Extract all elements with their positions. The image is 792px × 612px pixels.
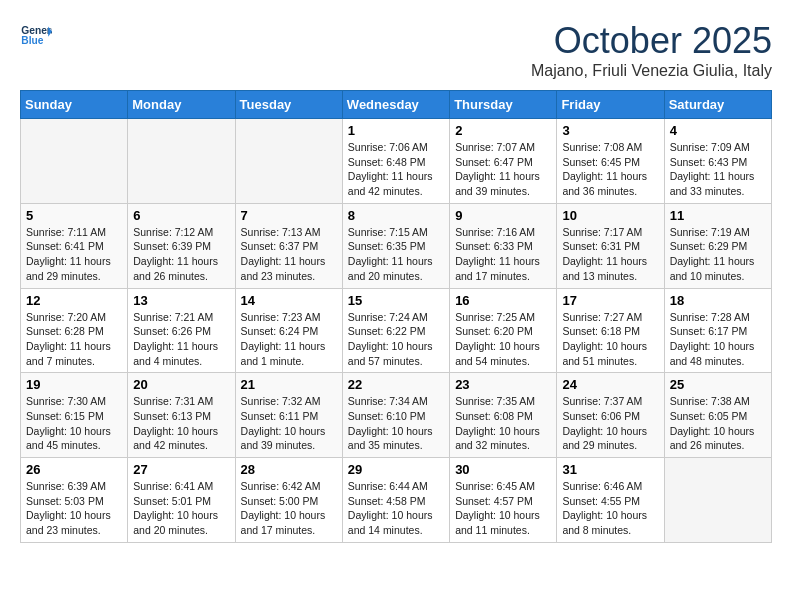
day-info: Sunrise: 7:31 AMSunset: 6:13 PMDaylight:…: [133, 394, 229, 453]
weekday-header-wednesday: Wednesday: [342, 91, 449, 119]
day-number: 31: [562, 462, 658, 477]
calendar-cell: 28Sunrise: 6:42 AMSunset: 5:00 PMDayligh…: [235, 458, 342, 543]
calendar-cell: 2Sunrise: 7:07 AMSunset: 6:47 PMDaylight…: [450, 119, 557, 204]
calendar-cell: 29Sunrise: 6:44 AMSunset: 4:58 PMDayligh…: [342, 458, 449, 543]
day-number: 9: [455, 208, 551, 223]
logo: General Blue: [20, 20, 52, 52]
day-info: Sunrise: 7:08 AMSunset: 6:45 PMDaylight:…: [562, 140, 658, 199]
calendar-cell: 19Sunrise: 7:30 AMSunset: 6:15 PMDayligh…: [21, 373, 128, 458]
calendar-cell: 16Sunrise: 7:25 AMSunset: 6:20 PMDayligh…: [450, 288, 557, 373]
day-info: Sunrise: 7:19 AMSunset: 6:29 PMDaylight:…: [670, 225, 766, 284]
svg-text:Blue: Blue: [21, 35, 43, 46]
day-info: Sunrise: 7:20 AMSunset: 6:28 PMDaylight:…: [26, 310, 122, 369]
day-info: Sunrise: 7:37 AMSunset: 6:06 PMDaylight:…: [562, 394, 658, 453]
day-info: Sunrise: 7:28 AMSunset: 6:17 PMDaylight:…: [670, 310, 766, 369]
day-number: 8: [348, 208, 444, 223]
day-number: 10: [562, 208, 658, 223]
day-number: 26: [26, 462, 122, 477]
day-info: Sunrise: 7:21 AMSunset: 6:26 PMDaylight:…: [133, 310, 229, 369]
calendar-week-3: 12Sunrise: 7:20 AMSunset: 6:28 PMDayligh…: [21, 288, 772, 373]
day-info: Sunrise: 7:11 AMSunset: 6:41 PMDaylight:…: [26, 225, 122, 284]
day-info: Sunrise: 7:34 AMSunset: 6:10 PMDaylight:…: [348, 394, 444, 453]
day-number: 7: [241, 208, 337, 223]
calendar-cell: 9Sunrise: 7:16 AMSunset: 6:33 PMDaylight…: [450, 203, 557, 288]
day-info: Sunrise: 7:16 AMSunset: 6:33 PMDaylight:…: [455, 225, 551, 284]
calendar-week-5: 26Sunrise: 6:39 AMSunset: 5:03 PMDayligh…: [21, 458, 772, 543]
calendar-cell: 18Sunrise: 7:28 AMSunset: 6:17 PMDayligh…: [664, 288, 771, 373]
day-info: Sunrise: 7:38 AMSunset: 6:05 PMDaylight:…: [670, 394, 766, 453]
day-info: Sunrise: 7:35 AMSunset: 6:08 PMDaylight:…: [455, 394, 551, 453]
weekday-header-tuesday: Tuesday: [235, 91, 342, 119]
calendar-cell: 3Sunrise: 7:08 AMSunset: 6:45 PMDaylight…: [557, 119, 664, 204]
day-number: 18: [670, 293, 766, 308]
calendar-cell: 13Sunrise: 7:21 AMSunset: 6:26 PMDayligh…: [128, 288, 235, 373]
calendar-cell: 24Sunrise: 7:37 AMSunset: 6:06 PMDayligh…: [557, 373, 664, 458]
calendar-cell: 23Sunrise: 7:35 AMSunset: 6:08 PMDayligh…: [450, 373, 557, 458]
day-number: 6: [133, 208, 229, 223]
calendar-cell: 14Sunrise: 7:23 AMSunset: 6:24 PMDayligh…: [235, 288, 342, 373]
weekday-header-sunday: Sunday: [21, 91, 128, 119]
calendar-week-2: 5Sunrise: 7:11 AMSunset: 6:41 PMDaylight…: [21, 203, 772, 288]
day-number: 25: [670, 377, 766, 392]
calendar-cell: 7Sunrise: 7:13 AMSunset: 6:37 PMDaylight…: [235, 203, 342, 288]
day-info: Sunrise: 6:46 AMSunset: 4:55 PMDaylight:…: [562, 479, 658, 538]
calendar-cell: 30Sunrise: 6:45 AMSunset: 4:57 PMDayligh…: [450, 458, 557, 543]
calendar-week-4: 19Sunrise: 7:30 AMSunset: 6:15 PMDayligh…: [21, 373, 772, 458]
calendar-table: SundayMondayTuesdayWednesdayThursdayFrid…: [20, 90, 772, 543]
day-info: Sunrise: 7:17 AMSunset: 6:31 PMDaylight:…: [562, 225, 658, 284]
weekday-header-monday: Monday: [128, 91, 235, 119]
calendar-cell: 31Sunrise: 6:46 AMSunset: 4:55 PMDayligh…: [557, 458, 664, 543]
day-info: Sunrise: 6:39 AMSunset: 5:03 PMDaylight:…: [26, 479, 122, 538]
day-info: Sunrise: 6:41 AMSunset: 5:01 PMDaylight:…: [133, 479, 229, 538]
svg-text:General: General: [21, 25, 52, 36]
day-info: Sunrise: 7:07 AMSunset: 6:47 PMDaylight:…: [455, 140, 551, 199]
calendar-cell: 25Sunrise: 7:38 AMSunset: 6:05 PMDayligh…: [664, 373, 771, 458]
calendar-cell: 1Sunrise: 7:06 AMSunset: 6:48 PMDaylight…: [342, 119, 449, 204]
calendar-cell: 4Sunrise: 7:09 AMSunset: 6:43 PMDaylight…: [664, 119, 771, 204]
weekday-header-saturday: Saturday: [664, 91, 771, 119]
day-info: Sunrise: 7:12 AMSunset: 6:39 PMDaylight:…: [133, 225, 229, 284]
header: General Blue October 2025 Majano, Friuli…: [20, 20, 772, 80]
day-info: Sunrise: 7:25 AMSunset: 6:20 PMDaylight:…: [455, 310, 551, 369]
day-number: 3: [562, 123, 658, 138]
calendar-cell: [128, 119, 235, 204]
day-number: 14: [241, 293, 337, 308]
day-number: 11: [670, 208, 766, 223]
calendar-cell: 5Sunrise: 7:11 AMSunset: 6:41 PMDaylight…: [21, 203, 128, 288]
day-number: 28: [241, 462, 337, 477]
day-number: 17: [562, 293, 658, 308]
weekday-header-thursday: Thursday: [450, 91, 557, 119]
day-number: 5: [26, 208, 122, 223]
day-number: 21: [241, 377, 337, 392]
day-info: Sunrise: 7:24 AMSunset: 6:22 PMDaylight:…: [348, 310, 444, 369]
month-title: October 2025: [531, 20, 772, 62]
day-number: 12: [26, 293, 122, 308]
weekday-header-row: SundayMondayTuesdayWednesdayThursdayFrid…: [21, 91, 772, 119]
calendar-week-1: 1Sunrise: 7:06 AMSunset: 6:48 PMDaylight…: [21, 119, 772, 204]
day-number: 15: [348, 293, 444, 308]
day-info: Sunrise: 7:06 AMSunset: 6:48 PMDaylight:…: [348, 140, 444, 199]
day-number: 22: [348, 377, 444, 392]
calendar-cell: 6Sunrise: 7:12 AMSunset: 6:39 PMDaylight…: [128, 203, 235, 288]
calendar-cell: 21Sunrise: 7:32 AMSunset: 6:11 PMDayligh…: [235, 373, 342, 458]
day-number: 30: [455, 462, 551, 477]
day-info: Sunrise: 7:13 AMSunset: 6:37 PMDaylight:…: [241, 225, 337, 284]
calendar-cell: 8Sunrise: 7:15 AMSunset: 6:35 PMDaylight…: [342, 203, 449, 288]
day-number: 23: [455, 377, 551, 392]
calendar-cell: 26Sunrise: 6:39 AMSunset: 5:03 PMDayligh…: [21, 458, 128, 543]
day-number: 4: [670, 123, 766, 138]
calendar-cell: 15Sunrise: 7:24 AMSunset: 6:22 PMDayligh…: [342, 288, 449, 373]
location-title: Majano, Friuli Venezia Giulia, Italy: [531, 62, 772, 80]
calendar-cell: 11Sunrise: 7:19 AMSunset: 6:29 PMDayligh…: [664, 203, 771, 288]
calendar-cell: [664, 458, 771, 543]
day-info: Sunrise: 6:44 AMSunset: 4:58 PMDaylight:…: [348, 479, 444, 538]
calendar-cell: 10Sunrise: 7:17 AMSunset: 6:31 PMDayligh…: [557, 203, 664, 288]
day-number: 19: [26, 377, 122, 392]
calendar-cell: 22Sunrise: 7:34 AMSunset: 6:10 PMDayligh…: [342, 373, 449, 458]
day-info: Sunrise: 6:42 AMSunset: 5:00 PMDaylight:…: [241, 479, 337, 538]
day-number: 24: [562, 377, 658, 392]
calendar-cell: 27Sunrise: 6:41 AMSunset: 5:01 PMDayligh…: [128, 458, 235, 543]
day-number: 2: [455, 123, 551, 138]
day-number: 20: [133, 377, 229, 392]
day-info: Sunrise: 7:30 AMSunset: 6:15 PMDaylight:…: [26, 394, 122, 453]
